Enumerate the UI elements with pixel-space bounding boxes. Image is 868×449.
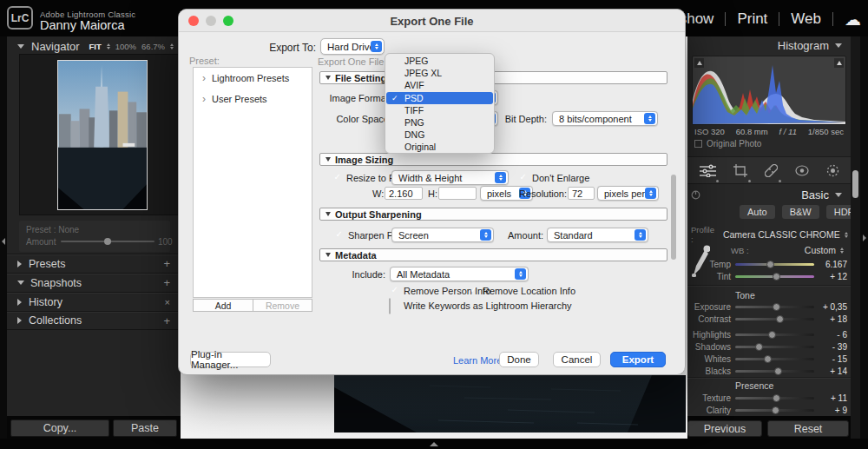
histogram-header[interactable]: Histogram bbox=[687, 36, 851, 54]
image-sizing-header[interactable]: Image Sizing bbox=[319, 153, 667, 166]
wb-stepper-icon[interactable] bbox=[840, 248, 844, 254]
slider-thumb[interactable] bbox=[764, 355, 772, 363]
module-print[interactable]: Print bbox=[726, 10, 779, 28]
slider-thumb[interactable] bbox=[766, 261, 774, 268]
blacks-slider-track[interactable] bbox=[735, 370, 814, 373]
profile-stepper-icon[interactable] bbox=[845, 232, 848, 238]
slider-thumb[interactable] bbox=[772, 406, 779, 414]
resolution-unit-select[interactable]: pixels per inch bbox=[597, 186, 659, 201]
right-scrollbar[interactable] bbox=[851, 36, 860, 439]
export-to-select[interactable]: Hard Drive bbox=[320, 38, 385, 55]
cancel-button[interactable]: Cancel bbox=[553, 352, 601, 367]
cloud-sync-icon[interactable]: ☁ bbox=[833, 11, 861, 28]
auto-button[interactable]: Auto bbox=[740, 205, 775, 219]
panel-snapshots[interactable]: Snapshots + bbox=[7, 273, 181, 292]
menu-item-original[interactable]: Original bbox=[386, 141, 493, 153]
histogram-chart[interactable] bbox=[693, 56, 845, 124]
metadata-header[interactable]: Metadata bbox=[319, 248, 667, 261]
healing-brush-icon[interactable] bbox=[765, 164, 778, 177]
masking-tool-icon[interactable] bbox=[826, 164, 839, 177]
basic-panel-header[interactable]: Basic bbox=[687, 186, 851, 203]
height-input[interactable] bbox=[438, 187, 477, 200]
paste-button[interactable]: Paste bbox=[113, 419, 177, 437]
menu-item-jpeg-xl[interactable]: JPEG XL bbox=[386, 67, 493, 79]
slider-thumb[interactable] bbox=[773, 273, 780, 281]
wb-value[interactable]: Custom bbox=[805, 245, 836, 255]
profile-value[interactable]: Camera CLASSIC CHROME bbox=[723, 229, 840, 240]
original-photo-toggle[interactable]: Original Photo bbox=[694, 139, 761, 149]
write-keywords-checkbox[interactable] bbox=[389, 298, 391, 314]
navigator-zoom-ratio[interactable]: 66.7% bbox=[141, 42, 165, 51]
right-scrollbar-thumb[interactable] bbox=[852, 170, 858, 198]
previous-button[interactable]: Previous bbox=[687, 420, 762, 437]
zoom-stepper-icon[interactable] bbox=[170, 43, 174, 50]
resize-mode-select[interactable]: Width & Height bbox=[391, 170, 509, 185]
module-web[interactable]: Web bbox=[779, 10, 832, 28]
plugin-manager-button[interactable]: Plug-in Manager... bbox=[190, 352, 271, 367]
clear-history-icon[interactable]: × bbox=[165, 297, 170, 307]
fit-stepper-icon[interactable] bbox=[107, 43, 110, 50]
preset-group-lightroom[interactable]: › Lightroom Presets bbox=[194, 68, 312, 89]
slider-thumb[interactable] bbox=[776, 315, 784, 323]
reset-button[interactable]: Reset bbox=[767, 420, 849, 437]
menu-item-jpeg[interactable]: JPEG bbox=[386, 55, 493, 67]
add-snapshot-icon[interactable]: + bbox=[163, 276, 170, 289]
panel-presets[interactable]: Presets + bbox=[7, 254, 181, 273]
shadow-clipping-indicator[interactable] bbox=[694, 58, 704, 68]
menu-item-png[interactable]: PNG bbox=[386, 116, 493, 129]
tint-slider-track[interactable] bbox=[735, 275, 814, 278]
edit-sliders-icon[interactable] bbox=[700, 164, 716, 177]
main-photo[interactable] bbox=[334, 375, 686, 432]
panel-collections[interactable]: Collections + bbox=[7, 311, 181, 330]
width-input[interactable]: 2.160 bbox=[385, 187, 423, 200]
texture-slider-track[interactable] bbox=[735, 397, 814, 399]
panel-history[interactable]: History × bbox=[7, 292, 181, 311]
temp-slider-track[interactable] bbox=[735, 263, 814, 266]
highlight-clipping-indicator[interactable] bbox=[834, 58, 844, 68]
learn-more-link[interactable]: Learn More bbox=[453, 355, 502, 366]
amount-slider-track[interactable] bbox=[61, 241, 155, 242]
slider-thumb[interactable] bbox=[755, 343, 763, 351]
resolution-input[interactable]: 72 bbox=[568, 187, 595, 200]
bit-depth-select[interactable]: 8 bits/component bbox=[552, 111, 658, 126]
add-preset-icon[interactable]: + bbox=[163, 257, 170, 270]
slider-thumb[interactable] bbox=[773, 303, 780, 311]
add-collection-icon[interactable]: + bbox=[163, 314, 170, 327]
clarity-slider-track[interactable] bbox=[735, 409, 814, 412]
filmstrip-reveal-arrow-icon[interactable] bbox=[430, 442, 438, 446]
menu-item-tiff[interactable]: TIFF bbox=[386, 104, 493, 116]
include-select[interactable]: All Metadata bbox=[390, 267, 529, 281]
original-photo-checkbox[interactable] bbox=[694, 140, 702, 148]
dialog-scrollbar-thumb[interactable] bbox=[671, 175, 676, 260]
export-button[interactable]: Export bbox=[610, 352, 666, 367]
exposure-slider-track[interactable] bbox=[735, 306, 814, 308]
done-button[interactable]: Done bbox=[499, 352, 539, 367]
add-preset-button[interactable]: Add bbox=[193, 299, 253, 312]
red-eye-tool-icon[interactable] bbox=[795, 165, 809, 176]
sharpen-for-select[interactable]: Screen bbox=[391, 228, 494, 242]
slider-thumb[interactable] bbox=[774, 367, 782, 375]
menu-item-avif[interactable]: AVIF bbox=[386, 79, 493, 91]
slider-thumb[interactable] bbox=[773, 394, 780, 402]
output-sharpening-header[interactable]: Output Sharpening bbox=[319, 208, 667, 221]
slider-thumb[interactable] bbox=[768, 331, 776, 339]
navigator-zoom-100[interactable]: 100% bbox=[115, 42, 136, 51]
amount-slider-thumb[interactable] bbox=[104, 238, 111, 245]
navigator-fit[interactable]: FIT bbox=[89, 42, 102, 51]
sharpen-amount-select[interactable]: Standard bbox=[547, 228, 648, 242]
copy-button[interactable]: Copy... bbox=[10, 419, 109, 437]
whites-slider-track[interactable] bbox=[735, 358, 814, 360]
collapse-right-panel-arrow-icon[interactable] bbox=[863, 234, 866, 241]
navigator-photo[interactable] bbox=[57, 60, 148, 210]
menu-item-psd[interactable]: PSD bbox=[386, 92, 493, 104]
collapse-left-panel-arrow-icon[interactable] bbox=[2, 238, 5, 245]
panel-switch-icon[interactable] bbox=[691, 190, 700, 200]
remove-preset-button[interactable]: Remove bbox=[253, 299, 312, 312]
preset-group-user[interactable]: › User Presets bbox=[194, 89, 312, 109]
contrast-slider-track[interactable] bbox=[735, 318, 814, 320]
navigator-header[interactable]: Navigator FIT 100% 66.7% bbox=[17, 37, 174, 55]
menu-item-dng[interactable]: DNG bbox=[386, 129, 493, 141]
crop-tool-icon[interactable] bbox=[733, 164, 747, 177]
bw-button[interactable]: B&W bbox=[782, 205, 819, 219]
highlights-slider-track[interactable] bbox=[735, 333, 814, 336]
